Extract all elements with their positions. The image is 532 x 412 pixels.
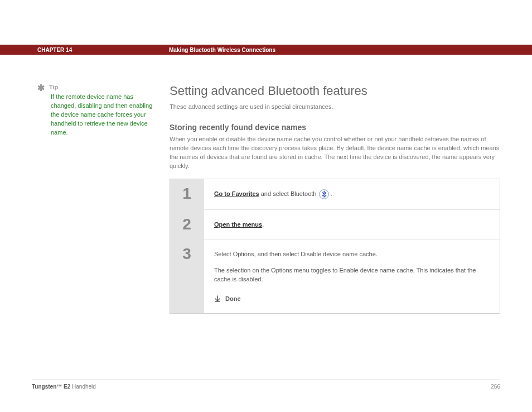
tip-text: If the remote device name has changed, d… bbox=[37, 93, 154, 137]
tip-sidebar: ✱ Tip If the remote device name has chan… bbox=[32, 84, 170, 314]
step-instruction: Go to Favorites and select Bluetooth . bbox=[204, 179, 500, 209]
page-number: 266 bbox=[491, 384, 500, 390]
page-intro: These advanced settings are used in spec… bbox=[170, 103, 500, 112]
bluetooth-icon bbox=[319, 189, 329, 199]
go-to-favorites-link[interactable]: Go to Favorites bbox=[214, 190, 259, 197]
done-arrow-icon bbox=[214, 295, 221, 302]
step-text-end: . bbox=[330, 190, 332, 197]
steps-table: 1 Go to Favorites and select Bluetooth .… bbox=[170, 179, 500, 314]
page-footer: Tungsten™ E2 Handheld 266 bbox=[32, 380, 500, 390]
tip-label: Tip bbox=[49, 84, 58, 90]
step-row: 2 Open the menus. bbox=[170, 209, 500, 239]
step-para: Select Options, and then select Disable … bbox=[214, 250, 489, 259]
step-number: 2 bbox=[170, 209, 204, 239]
step-instruction: Select Options, and then select Disable … bbox=[204, 239, 500, 313]
step-row: 1 Go to Favorites and select Bluetooth . bbox=[170, 179, 500, 209]
step-para: The selection on the Options menu toggle… bbox=[214, 266, 489, 284]
footer-product: Tungsten™ E2 Handheld bbox=[32, 384, 96, 390]
page-content: ✱ Tip If the remote device name has chan… bbox=[32, 45, 500, 390]
section-subhead: Storing recently found device names bbox=[170, 123, 500, 132]
section-body: When you enable or disable the device na… bbox=[170, 135, 500, 171]
step-instruction: Open the menus. bbox=[204, 209, 500, 239]
main-column: Setting advanced Bluetooth features Thes… bbox=[170, 84, 500, 314]
page-title: Setting advanced Bluetooth features bbox=[170, 84, 500, 98]
step-number: 1 bbox=[170, 179, 204, 209]
asterisk-icon: ✱ bbox=[37, 84, 45, 92]
open-menus-link[interactable]: Open the menus bbox=[214, 221, 262, 228]
step-number: 3 bbox=[170, 239, 204, 313]
done-label: Done bbox=[225, 294, 241, 304]
step-text-end: . bbox=[262, 221, 264, 228]
step-text: and select Bluetooth bbox=[259, 190, 318, 197]
step-row: 3 Select Options, and then select Disabl… bbox=[170, 239, 500, 313]
